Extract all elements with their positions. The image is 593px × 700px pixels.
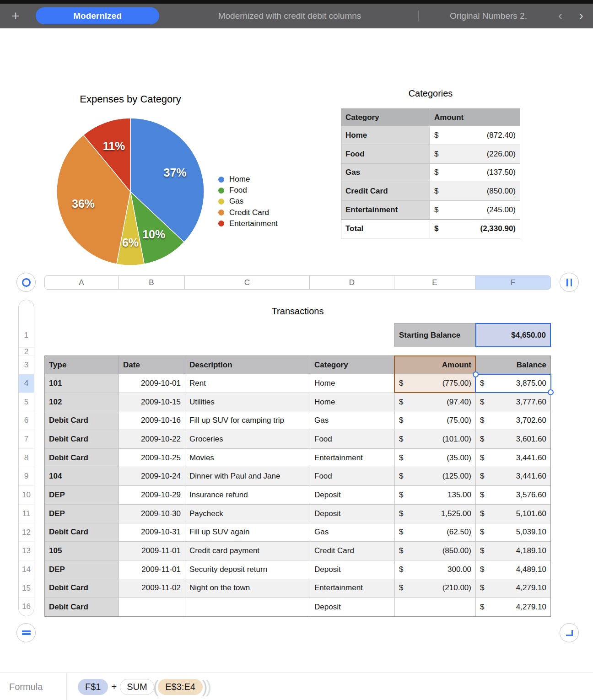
amount-cell[interactable]: $(210.00) <box>395 579 476 598</box>
row-number-1[interactable]: 1 <box>19 323 34 347</box>
category-name-cell[interactable]: Food <box>341 145 430 164</box>
column-header-e[interactable]: E <box>394 275 475 290</box>
description-cell[interactable]: Security deposit return <box>185 560 310 579</box>
description-cell[interactable]: Movies <box>185 449 310 468</box>
balance-cell[interactable]: $4,489.10 <box>476 560 550 579</box>
type-cell[interactable]: Debit Card <box>45 523 119 542</box>
balance-cell[interactable]: $3,576.60 <box>476 486 550 505</box>
row-number-6[interactable]: 6 <box>19 411 34 430</box>
category-cell[interactable]: Deposit <box>310 560 395 579</box>
row-number-16[interactable]: 16 <box>19 597 34 616</box>
category-cell[interactable]: Home <box>310 393 395 412</box>
row-number-4[interactable]: 4 <box>19 374 34 393</box>
column-header-d[interactable]: D <box>310 275 394 290</box>
row-number-14[interactable]: 14 <box>19 560 34 579</box>
type-cell[interactable]: 101 <box>45 374 119 393</box>
type-cell[interactable]: Debit Card <box>45 598 119 616</box>
type-cell[interactable]: 102 <box>45 393 119 412</box>
expenses-pie-chart[interactable]: 37%10%6%36%11% <box>55 116 206 267</box>
formula-token-op[interactable]: + <box>111 682 117 692</box>
transactions-header-description[interactable]: Description <box>185 356 310 374</box>
chevron-left-icon[interactable]: ‹ <box>558 4 562 28</box>
balance-cell[interactable]: $3,702.60 <box>476 411 550 430</box>
description-cell[interactable]: Paycheck <box>185 505 310 523</box>
type-cell[interactable]: DEP <box>45 486 119 505</box>
type-cell[interactable]: DEP <box>45 560 119 579</box>
category-name-cell[interactable]: Gas <box>341 164 430 183</box>
balance-cell[interactable]: $3,777.60 <box>476 393 550 412</box>
category-amount-cell[interactable]: $(872.40) <box>430 126 520 145</box>
column-header-f[interactable]: F <box>475 275 551 290</box>
date-cell[interactable]: 2009-11-01 <box>119 560 185 579</box>
category-cell[interactable]: Credit Card <box>310 542 395 560</box>
type-cell[interactable]: Debit Card <box>45 579 119 598</box>
amount-cell[interactable]: $135.00 <box>395 486 476 505</box>
row-number-7[interactable]: 7 <box>19 430 34 448</box>
date-cell[interactable]: 2009-10-01 <box>119 374 185 393</box>
category-name-cell[interactable]: Credit Card <box>341 182 430 201</box>
date-cell[interactable]: 2009-10-16 <box>119 411 185 430</box>
starting-balance-value-cell[interactable]: $4,650.00 <box>475 323 551 347</box>
date-cell[interactable]: 2009-10-30 <box>119 505 185 523</box>
category-cell[interactable]: Entertainment <box>310 579 395 598</box>
balance-cell[interactable]: $4,279.10 <box>476 579 550 598</box>
formula-token-ref-tan[interactable]: E$3:E4 <box>158 679 203 695</box>
categories-header-category[interactable]: Category <box>341 109 430 126</box>
balance-cell[interactable]: $5,101.60 <box>476 505 550 523</box>
column-header-b[interactable]: B <box>119 275 185 290</box>
starting-balance-label-cell[interactable]: Starting Balance <box>394 323 475 347</box>
column-header-c[interactable]: C <box>185 275 310 290</box>
type-cell[interactable]: 105 <box>45 542 119 560</box>
description-cell[interactable]: Credit card payment <box>185 542 310 560</box>
balance-cell[interactable]: $3,441.60 <box>476 449 550 468</box>
total-label-cell[interactable]: Total <box>341 220 430 238</box>
transactions-header-category[interactable]: Category <box>310 356 395 374</box>
tab-modernized[interactable]: Modernized <box>36 7 159 24</box>
transactions-header-type[interactable]: Type <box>45 356 119 374</box>
formula-token-func[interactable]: SUM <box>120 679 154 695</box>
category-amount-cell[interactable]: $(850.00) <box>430 182 520 201</box>
category-amount-cell[interactable]: $(226.00) <box>430 145 520 164</box>
amount-cell[interactable]: $(62.50) <box>395 523 476 542</box>
formula-token-ref-blue[interactable]: F$1 <box>78 679 108 695</box>
categories-header-amount[interactable]: Amount <box>430 109 520 126</box>
table-select-button[interactable] <box>16 273 36 292</box>
date-cell[interactable]: 2009-10-29 <box>119 486 185 505</box>
date-cell[interactable]: 2009-10-24 <box>119 467 185 486</box>
type-cell[interactable]: Debit Card <box>45 411 119 430</box>
balance-cell[interactable]: $3,601.60 <box>476 430 550 449</box>
row-number-12[interactable]: 12 <box>19 523 34 542</box>
category-cell[interactable]: Home <box>310 374 395 393</box>
description-cell[interactable]: Fill up SUV again <box>185 523 310 542</box>
balance-cell[interactable]: $5,039.10 <box>476 523 550 542</box>
description-cell[interactable]: Fill up SUV for camping trip <box>185 411 310 430</box>
date-cell[interactable]: 2009-11-01 <box>119 542 185 560</box>
amount-cell[interactable]: $1,525.00 <box>395 505 476 523</box>
row-number-11[interactable]: 11 <box>19 504 34 523</box>
tab-original-numbers[interactable]: Original Numbers 2. <box>450 4 552 28</box>
amount-cell[interactable]: $(75.00) <box>395 411 476 430</box>
category-cell[interactable]: Gas <box>310 411 395 430</box>
date-cell[interactable] <box>119 598 185 616</box>
balance-cell[interactable]: $3,875.00 <box>476 374 550 393</box>
description-cell[interactable]: Night on the town <box>185 579 310 598</box>
date-cell[interactable]: 2009-10-22 <box>119 430 185 449</box>
category-cell[interactable]: Deposit <box>310 505 395 523</box>
row-number-13[interactable]: 13 <box>19 541 34 560</box>
add-sheet-button[interactable]: + <box>7 7 24 25</box>
category-amount-cell[interactable]: $(137.50) <box>430 164 520 183</box>
category-cell[interactable]: Gas <box>310 523 395 542</box>
description-cell[interactable]: Utilities <box>185 393 310 412</box>
row-number-3[interactable]: 3 <box>19 355 34 374</box>
date-cell[interactable]: 2009-10-15 <box>119 393 185 412</box>
type-cell[interactable]: 104 <box>45 467 119 486</box>
amount-cell[interactable]: $(125.00) <box>395 467 476 486</box>
row-number-2[interactable]: 2 <box>19 347 34 355</box>
row-number-10[interactable]: 10 <box>19 485 34 504</box>
description-cell[interactable]: Groceries <box>185 430 310 449</box>
amount-cell[interactable]: $(35.00) <box>395 449 476 468</box>
amount-cell[interactable]: $300.00 <box>395 560 476 579</box>
description-cell[interactable]: Rent <box>185 374 310 393</box>
column-header-a[interactable]: A <box>44 275 119 290</box>
balance-cell[interactable]: $4,279.10 <box>476 598 550 616</box>
